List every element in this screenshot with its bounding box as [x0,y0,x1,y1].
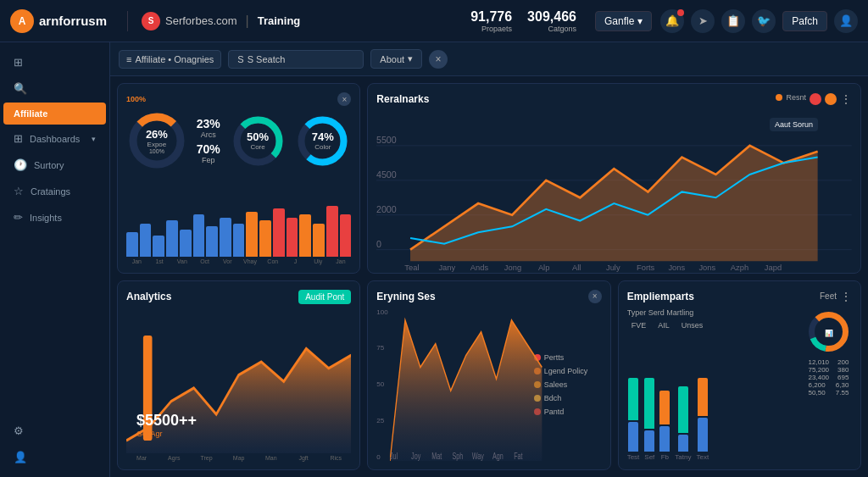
chart-label-vor: Vor [217,258,238,264]
bar-item [273,208,285,256]
stats-area: 91,776 Propaets 309,466 Catgons [470,9,576,33]
x-trep: Trep [191,455,221,461]
svg-text:4500: 4500 [376,169,397,180]
fetch-button[interactable]: Pafch [782,11,827,31]
user-button[interactable]: 👤 [834,9,858,33]
employs-bar-group-2: Sef [644,378,654,461]
notifications-button[interactable]: 🔔 [660,9,684,33]
svg-text:Forts: Forts [637,263,655,272]
legend-bdch: Bdch [534,394,602,402]
legend-salees: Salees [534,380,602,389]
pencil-icon: ✏ [14,211,23,224]
remarks-menu-icon[interactable]: ⋮ [840,92,852,106]
employs-tab-unses[interactable]: Unses [677,319,708,331]
clipboard-button[interactable]: 📋 [721,9,745,33]
svg-text:Teal: Teal [405,263,420,272]
svg-text:Sph: Sph [453,451,464,461]
bar-sef-blue [644,430,654,452]
y-50: 50 [376,380,387,388]
employs-actions: Feet ⋮ [820,290,852,303]
earning-legend: Pertts Lgend Policy Salees Bdch [534,308,602,462]
stat-fep-value: 70% [197,142,220,156]
stat-proposals: 91,776 Propaets [470,9,512,33]
legend-bdch-label: Bdch [544,394,562,402]
affiliate-card-header: 100% × [126,92,351,106]
send-button[interactable]: ➤ [691,9,715,33]
chart-label-1st: 1st [149,258,170,264]
user-avatar-icon: 👤 [14,451,27,463]
svg-text:Jul: Jul [390,451,398,461]
employs-bar-group-3: Fb [659,391,670,461]
filter-button[interactable]: ≡ Affiliate • Onagnies [119,50,221,69]
sidebar-item-settings[interactable]: ⚙ [3,419,106,443]
table-row-2: 75,200 380 [809,366,849,374]
donut-tertiary: 74% Color [295,114,350,169]
toolbar-close-button[interactable]: × [429,50,448,69]
employs-tab-ail[interactable]: AIL [654,319,674,331]
earning-header: Eryning Ses × [376,290,601,303]
search-box[interactable]: S S Seatch [228,50,364,69]
stat-categories: 309,466 Catgons [527,9,576,33]
remarks-actions: Resnt ⋮ [776,92,852,106]
remarks-btn1[interactable] [810,93,821,105]
bar-test-blue [628,422,638,452]
main-layout: ⊞ 🔍 Affiliate ⊞ Dashboards ▾ 🕐 Surtory ☆… [0,42,868,477]
svg-text:Fat: Fat [514,451,523,461]
bar-item [140,224,152,257]
employs-menu-icon[interactable]: ⋮ [840,290,852,303]
sidebar-crataings-label: Crataings [31,186,96,197]
affiliate-card: 100% × 26% Expoe 100% [117,83,360,274]
brand-section: S Serforbes.com | Training [142,12,300,31]
employs-donut-section: 📊 12,010 200 75,200 380 [805,308,852,462]
remarks-legend: Resnt [776,93,806,102]
sidebar-item-affiliate[interactable]: Affiliate [3,103,106,125]
employs-title: Empliemparts [627,291,694,302]
svg-text:Mat: Mat [432,451,442,461]
audit-button[interactable]: Audit Pont [298,290,351,304]
categories-value: 309,466 [527,9,576,25]
sidebar-item-home[interactable]: ⊞ [3,50,106,75]
employs-bars: Test Sef Fb [627,335,800,462]
remarks-btn2[interactable] [825,93,837,105]
config-button[interactable]: Ganfle ▾ [595,11,652,31]
employs-chart: Typer Serd Martling FVE AIL Unses Test [627,308,800,462]
legend-pertts: Pertts [534,353,602,362]
table-val-2: 75,200 [809,366,829,374]
sidebar-item-user[interactable]: 👤 [3,445,106,469]
analytics-x-labels: Mar Agrs Trep Map Man Jgft Rics [126,455,351,461]
employs-tab-fve[interactable]: FVE [627,319,651,331]
toolbar: ≡ Affiliate • Onagnies S S Seatch About … [110,42,868,76]
table-row-4: 6,200 6,30 [809,381,849,389]
employs-data-table: 12,010 200 75,200 380 23,400 695 [809,358,849,397]
remarks-chart-area: Aaut Sorun 5500 4500 2000 0 [376,111,852,273]
chart-label-oct: Oct [194,258,215,264]
donut-tertiary-center: 74% Color [312,130,334,151]
svg-text:Japd: Japd [765,263,782,272]
action-icons: 🔔 ➤ 📋 🐦 Pafch 👤 [660,9,858,33]
bar-test-teal [628,378,638,420]
grid-icon: ⊞ [14,132,23,145]
brand-icon: S [142,12,160,31]
affiliate-close-button[interactable]: × [337,92,351,106]
legend-lgend-label: Lgend Policy [544,367,588,375]
sidebar-item-surtory[interactable]: 🕐 Surtory [3,153,106,177]
search-prefix-icon: S [237,54,243,64]
table-row-5: 50,50 7.55 [809,389,849,397]
svg-text:Jons: Jons [669,263,686,272]
svg-text:Ands: Ands [470,263,489,272]
earning-close-button[interactable]: × [588,290,602,303]
sidebar-item-crataings[interactable]: ☆ Crataings [3,179,106,203]
donut-tertiary-sub: Color [312,143,334,151]
sidebar-item-insights[interactable]: ✏ Insights [3,205,106,230]
sidebar-item-dashboards[interactable]: ⊞ Dashboards ▾ [3,126,106,151]
legend-dot-recent [776,94,782,101]
about-dropdown[interactable]: About ▾ [370,49,422,69]
sidebar-item-search[interactable]: 🔍 [3,76,106,101]
bar-item [246,212,258,257]
stat-arcs-label: Arcs [197,130,220,139]
twitter-button[interactable]: 🐦 [752,9,776,33]
bar-text-blue [698,418,708,452]
svg-text:5500: 5500 [376,135,397,145]
table-num-3: 695 [837,374,849,381]
bar-chart: Jan 1st Van Oct Vor Vhay Con J Uly Jan [126,175,351,264]
